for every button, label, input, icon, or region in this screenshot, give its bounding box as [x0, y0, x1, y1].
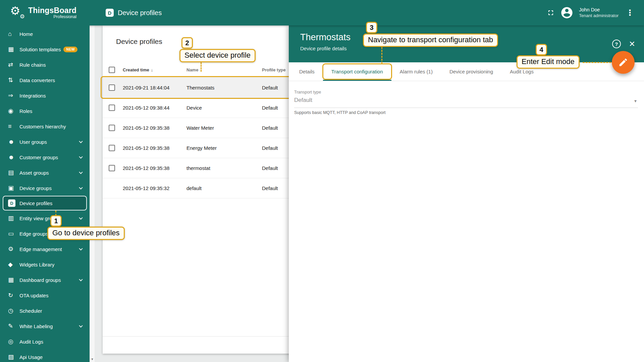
sidebar-item-label: Edge groups	[19, 231, 48, 237]
sidebar-scrollbar[interactable]: ▾	[90, 25, 95, 362]
sidebar-item-label: Integrations	[19, 93, 46, 99]
connector-step3	[381, 47, 382, 64]
sidebar-item-label: Edge management	[19, 246, 62, 252]
ota-updates-icon: ↻	[8, 292, 19, 298]
sidebar-item-label: Api Usage	[19, 354, 43, 360]
thingsboard-logo[interactable]: ⚙⚙ ThingsBoard Professional	[0, 5, 90, 21]
table-body: 2021-09-21 18:44:04 Thermostats Default …	[103, 78, 304, 198]
sidebar-item-audit-logs[interactable]: ◎ Audit Logs	[0, 334, 90, 349]
sidebar-item-asset-groups[interactable]: ▤ Asset groups	[0, 165, 90, 180]
sidebar-item-customer-groups[interactable]: ☻ Customer groups	[0, 149, 90, 165]
sidebar-item-label: Audit Logs	[19, 339, 43, 345]
sidebar-item-widgets-library[interactable]: ◆ Widgets Library	[0, 257, 90, 272]
column-header-name[interactable]: Name	[186, 67, 262, 72]
tab-label: Transport configuration	[331, 69, 383, 74]
table-row-default[interactable]: 2021-05-12 09:35:32 default Default	[103, 178, 304, 198]
home-icon: ⌂	[8, 31, 19, 37]
page-header: D Device profiles	[90, 9, 162, 17]
sidebar-item-rule-chains[interactable]: ⇄ Rule chains	[0, 57, 90, 72]
row-checkbox[interactable]	[109, 165, 115, 171]
sidebar-item-user-groups[interactable]: ☻ User groups	[0, 134, 90, 149]
row-created-time: 2021-05-12 09:35:38	[123, 145, 186, 151]
white-labeling-icon: ✎	[8, 323, 19, 329]
sidebar-item-label: Device groups	[19, 185, 52, 191]
row-checkbox[interactable]	[109, 125, 115, 131]
dropdown-arrow-icon: ▾	[634, 98, 637, 104]
logo-gear-icon: ⚙⚙	[10, 5, 25, 21]
chevron-down-icon	[79, 324, 83, 327]
sidebar-item-scheduler[interactable]: ◷ Scheduler	[0, 303, 90, 318]
sidebar-item-api-usage[interactable]: ▨ Api Usage	[0, 349, 90, 362]
step-badge-2: 2	[181, 37, 193, 49]
table-title: Device profiles	[116, 38, 162, 46]
sidebar-item-home[interactable]: ⌂ Home	[0, 26, 90, 42]
rule-chains-icon: ⇄	[8, 62, 19, 68]
edit-fab-button[interactable]	[612, 51, 635, 74]
table-row-energy-meter[interactable]: 2021-05-12 09:35:38 Energy Meter Default	[103, 138, 304, 158]
sidebar-item-customers-hierarchy[interactable]: ≡ Customers hierarchy	[0, 119, 90, 134]
table-row-thermostats[interactable]: 2021-09-21 18:44:04 Thermostats Default	[103, 78, 304, 98]
row-checkbox[interactable]	[109, 145, 115, 151]
scroll-down-arrow-icon[interactable]: ▾	[90, 357, 95, 361]
row-name: thermostat	[186, 165, 262, 171]
transport-type-label: Transport type	[294, 90, 638, 95]
connector-step4	[583, 62, 611, 63]
device-groups-icon: ▣	[8, 185, 19, 191]
entity-view-groups-icon: ▥	[8, 215, 19, 221]
logo-subtitle: Professional	[53, 15, 76, 19]
user-role: Tenant administrator	[579, 13, 619, 19]
fullscreen-icon[interactable]	[547, 9, 555, 17]
header-actions: John Doe Tenant administrator ⋮	[547, 6, 644, 19]
select-all-checkbox[interactable]	[109, 67, 115, 73]
step-badge-3: 3	[366, 22, 377, 33]
more-menu-icon[interactable]: ⋮	[624, 8, 636, 17]
roles-icon: ◉	[8, 108, 19, 114]
user-avatar[interactable]	[560, 6, 574, 19]
pencil-icon	[618, 57, 628, 67]
customer-groups-icon: ☻	[8, 154, 19, 160]
sidebar-item-label: Home	[19, 31, 33, 37]
sidebar-item-entity-view-groups[interactable]: ▥ Entity view groups	[0, 210, 90, 226]
sidebar-item-white-labeling[interactable]: ✎ White Labeling	[0, 318, 90, 334]
close-icon[interactable]: ✕	[629, 40, 635, 48]
transport-helper-text: Supports basic MQTT, HTTP and CoAP trans…	[294, 110, 638, 115]
scheduler-icon: ◷	[8, 308, 19, 314]
sidebar-item-device-profiles[interactable]: D Device profiles	[3, 196, 87, 210]
user-info: John Doe Tenant administrator	[579, 7, 619, 19]
sidebar-item-solution-templates[interactable]: ▦ Solution templates NEW	[0, 42, 90, 57]
tab-device-provisioning[interactable]: Device provisioning	[441, 62, 501, 81]
panel-title: Thermostats	[300, 32, 351, 43]
table-footer	[103, 336, 304, 354]
row-created-time: 2021-05-12 09:35:38	[123, 165, 186, 171]
table-row-device[interactable]: 2021-05-12 09:38:44 Device Default	[103, 98, 304, 118]
asset-groups-icon: ▤	[8, 170, 19, 176]
tab-transport-configuration[interactable]: Transport configuration	[323, 62, 391, 81]
row-name: default	[186, 185, 262, 191]
transport-type-value: Default	[294, 97, 638, 104]
row-checkbox[interactable]	[109, 84, 115, 91]
api-usage-icon: ▨	[8, 354, 19, 360]
sidebar-item-label: Rule chains	[19, 62, 46, 68]
tab-details[interactable]: Details	[291, 62, 323, 81]
sidebar-item-label: Solution templates	[19, 47, 61, 52]
chevron-down-icon	[79, 278, 83, 281]
transport-type-select[interactable]: Transport type Default ▾	[294, 90, 638, 108]
column-header-created-time[interactable]: Created time ↓	[123, 67, 186, 72]
data-converters-icon: ⇅	[8, 77, 19, 83]
row-name: Water Meter	[186, 125, 262, 131]
sidebar-item-ota-updates[interactable]: ↻ OTA updates	[0, 288, 90, 303]
sidebar-nav: ⌂ Home ▦ Solution templates NEW ⇄ Rule c…	[0, 25, 90, 362]
help-icon[interactable]: ?	[612, 40, 621, 48]
sidebar-item-edge-management[interactable]: ⚙ Edge management	[0, 241, 90, 257]
sidebar-item-roles[interactable]: ◉ Roles	[0, 103, 90, 119]
tab-alarm-rules[interactable]: Alarm rules (1)	[391, 62, 441, 81]
table-row-water-meter[interactable]: 2021-05-12 09:35:38 Water Meter Default	[103, 118, 304, 138]
table-row-thermostat[interactable]: 2021-05-12 09:35:38 thermostat Default	[103, 158, 304, 178]
sidebar-item-dashboard-groups[interactable]: ▦ Dashboard groups	[0, 272, 90, 288]
row-checkbox[interactable]	[109, 105, 115, 111]
chevron-down-icon	[79, 155, 83, 159]
sidebar-item-data-converters[interactable]: ⇅ Data converters	[0, 72, 90, 88]
sidebar-item-device-groups[interactable]: ▣ Device groups	[0, 180, 90, 196]
sidebar-item-integrations[interactable]: ⇒ Integrations	[0, 88, 90, 103]
new-badge: NEW	[63, 47, 77, 52]
